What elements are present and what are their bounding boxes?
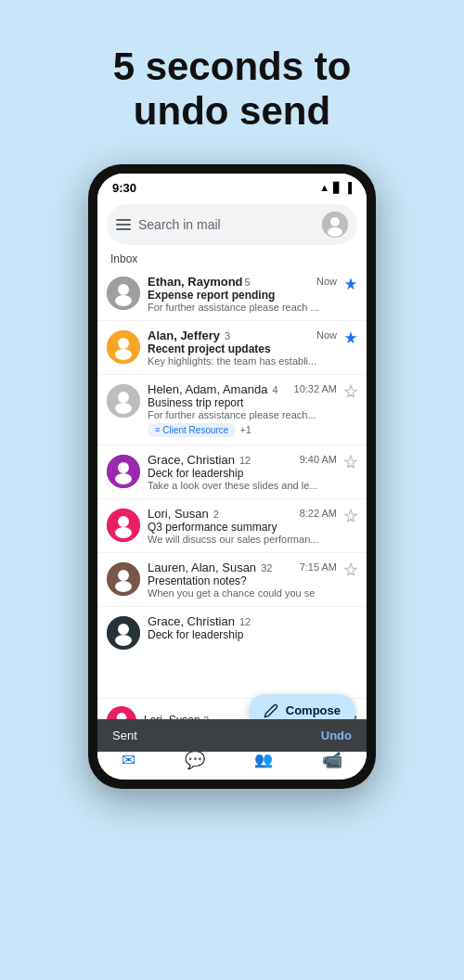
email-content-6: Lauren, Alan, Susan 32 7:15 AM Presentat… <box>148 561 337 599</box>
avatar-3 <box>107 384 140 418</box>
svg-point-11 <box>115 403 132 414</box>
svg-point-19 <box>118 570 129 581</box>
status-icons: ▲ ▊ ▐ <box>319 182 352 194</box>
email-tags-3: ≡ Client Resource +1 <box>148 423 337 437</box>
email-sender-4: Grace, Christian 12 <box>148 453 251 467</box>
svg-point-20 <box>115 581 132 592</box>
email-subject-5: Q3 performance summary <box>148 521 337 534</box>
hero-section: 5 seconds to undo send <box>113 45 352 135</box>
email-item-3[interactable]: Helen, Adam, Amanda 4 10:32 AM Business … <box>97 375 367 445</box>
email-time-3: 10:32 AM <box>294 383 337 394</box>
email-content-4: Grace, Christian 12 9:40 AM Deck for lea… <box>148 453 337 491</box>
email-preview-5: We will disucss our sales performan... <box>148 534 337 545</box>
email-subject-3: Business trip report <box>148 396 337 409</box>
email-item-1[interactable]: Ethan, Raymond5 Now Expense report pendi… <box>97 267 367 321</box>
email-time-6: 7:15 AM <box>300 561 337 573</box>
email-item-7[interactable]: Grace, Christian 12 Deck for leadership <box>97 607 367 698</box>
tag-client-resource: ≡ Client Resource <box>148 423 236 437</box>
phone-screen: 9:30 ▲ ▊ ▐ Search in mail Inbox <box>97 174 367 780</box>
email-preview-2: Key highlights: the team has establi... <box>148 355 337 367</box>
email-item-4[interactable]: Grace, Christian 12 9:40 AM Deck for lea… <box>97 445 367 499</box>
svg-point-22 <box>118 624 129 635</box>
email-subject-6: Presentation notes? <box>148 574 337 587</box>
email-time-4: 9:40 AM <box>300 454 337 465</box>
nav-meet[interactable]: 📹 <box>322 750 342 770</box>
svg-point-5 <box>115 295 132 306</box>
svg-point-13 <box>118 462 129 473</box>
email-subject-4: Deck for leadership <box>148 467 337 480</box>
svg-point-4 <box>118 284 129 295</box>
email-content-7: Grace, Christian 12 Deck for leadership <box>148 614 357 641</box>
email-subject-2: Recent project updates <box>148 342 337 355</box>
svg-point-14 <box>115 473 132 484</box>
email-item-6[interactable]: Lauren, Alan, Susan 32 7:15 AM Presentat… <box>97 553 367 607</box>
search-input[interactable]: Search in mail <box>138 217 315 232</box>
email-time-1: Now <box>316 276 337 287</box>
email-sender-5: Lori, Susan 2 <box>148 507 219 521</box>
compose-icon <box>264 703 278 718</box>
avatar-5 <box>107 509 140 542</box>
battery-icon: ▐ <box>344 182 352 193</box>
star-icon-2[interactable] <box>344 330 357 347</box>
status-bar: 9:30 ▲ ▊ ▐ <box>97 174 367 199</box>
undo-button[interactable]: Undo <box>321 729 352 742</box>
email-preview-1: For further assistance please reach ... <box>148 302 337 313</box>
email-item-2[interactable]: Alan, Jeffery 3 Now Recent project updat… <box>97 321 367 375</box>
chat-nav-icon: 💬 <box>185 750 205 770</box>
nav-chat[interactable]: 💬 <box>185 750 205 770</box>
email-sender-2: Alan, Jeffery 3 <box>148 329 230 342</box>
status-time: 9:30 <box>112 181 136 195</box>
avatar-7 <box>107 616 140 650</box>
phone-mockup: 9:30 ▲ ▊ ▐ Search in mail Inbox <box>88 164 376 789</box>
email-sender-6: Lauren, Alan, Susan 32 <box>148 561 272 574</box>
wifi-icon: ▲ <box>319 182 329 193</box>
email-subject-7: Deck for leadership <box>148 628 357 641</box>
hamburger-icon[interactable] <box>116 219 131 230</box>
compose-label: Compose <box>286 703 341 717</box>
star-icon-4[interactable] <box>344 455 357 471</box>
email-content-3: Helen, Adam, Amanda 4 10:32 AM Business … <box>148 382 337 437</box>
star-icon-3[interactable] <box>344 384 357 401</box>
email-sender-7: Grace, Christian 12 <box>148 614 251 628</box>
svg-point-8 <box>115 349 132 360</box>
email-item-5[interactable]: Lori, Susan 2 8:22 AM Q3 performance sum… <box>97 499 367 553</box>
email-subject-1: Expense report pending <box>148 289 337 302</box>
hero-title: 5 seconds to undo send <box>113 45 352 135</box>
signal-icon: ▊ <box>333 182 341 194</box>
email-content-1: Ethan, Raymond5 Now Expense report pendi… <box>148 275 337 313</box>
star-icon-6[interactable] <box>344 562 357 579</box>
sent-label: Sent <box>112 729 137 742</box>
svg-point-23 <box>115 635 132 646</box>
email-list: Ethan, Raymond5 Now Expense report pendi… <box>97 267 367 698</box>
svg-point-17 <box>115 527 132 538</box>
nav-spaces[interactable]: 👥 <box>254 751 273 768</box>
email-time-5: 8:22 AM <box>300 508 337 519</box>
email-time-2: Now <box>316 329 337 341</box>
user-avatar[interactable] <box>322 212 348 238</box>
star-icon-1[interactable] <box>344 277 357 293</box>
inbox-label: Inbox <box>97 249 367 267</box>
avatar-1 <box>107 277 140 310</box>
meet-nav-icon: 📹 <box>322 750 342 770</box>
email-preview-4: Take a look over these slides and le... <box>148 480 337 491</box>
avatar-4 <box>107 455 140 488</box>
email-content-5: Lori, Susan 2 8:22 AM Q3 performance sum… <box>148 507 337 545</box>
email-sender-3: Helen, Adam, Amanda 4 <box>148 382 278 396</box>
svg-point-1 <box>330 217 340 226</box>
mail-nav-icon: ✉ <box>122 750 135 770</box>
svg-point-2 <box>328 227 342 237</box>
nav-mail[interactable]: ✉ <box>122 750 135 770</box>
email-preview-3: For further assistance please reach... <box>148 409 337 420</box>
search-bar[interactable]: Search in mail <box>107 204 357 245</box>
svg-point-10 <box>118 392 129 403</box>
spaces-nav-icon: 👥 <box>254 751 273 768</box>
svg-point-16 <box>118 516 129 527</box>
avatar-6 <box>107 562 140 596</box>
tag-more: +1 <box>239 424 251 435</box>
undo-bar: Sent Undo <box>97 719 367 752</box>
email-content-2: Alan, Jeffery 3 Now Recent project updat… <box>148 329 337 367</box>
svg-point-7 <box>118 338 129 349</box>
star-icon-5[interactable] <box>344 509 357 525</box>
avatar-2 <box>107 330 140 364</box>
email-sender-1: Ethan, Raymond5 <box>148 275 251 289</box>
